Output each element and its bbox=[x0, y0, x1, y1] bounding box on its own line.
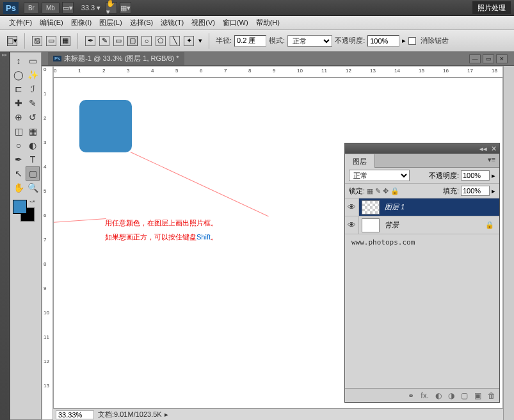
minibridge-button[interactable]: Mb bbox=[42, 3, 60, 13]
lock-transparency-icon[interactable]: ▦ bbox=[367, 187, 373, 195]
lock-pixels-icon[interactable]: ✎ bbox=[375, 187, 381, 195]
opacity-input[interactable] bbox=[367, 35, 399, 47]
flyout-icon[interactable]: ▸ bbox=[492, 187, 495, 195]
link-layers-icon[interactable]: ⚭ bbox=[408, 391, 414, 400]
workspace-selector[interactable]: 照片处理 bbox=[472, 1, 511, 14]
custom-shape-icon[interactable]: ✦ bbox=[184, 36, 194, 46]
antialias-checkbox[interactable] bbox=[408, 37, 416, 45]
visibility-icon[interactable]: 👁 bbox=[345, 198, 359, 216]
adjustment-layer-icon[interactable]: ◑ bbox=[448, 391, 454, 400]
layer-thumbnail[interactable] bbox=[362, 200, 380, 214]
layer-fill-input[interactable] bbox=[461, 186, 490, 196]
group-icon[interactable]: ▢ bbox=[461, 391, 468, 400]
collapse-icon[interactable]: ◂◂ bbox=[479, 145, 487, 153]
heal-tool-icon[interactable]: ✚ bbox=[12, 96, 26, 110]
mode-shape-layer-icon[interactable]: ▨ bbox=[32, 36, 42, 46]
hand-tool-icon[interactable]: ✋▾ bbox=[106, 2, 117, 13]
opacity-flyout-icon[interactable]: ▸ bbox=[402, 36, 406, 45]
menu-file[interactable]: 文件(F) bbox=[5, 17, 36, 29]
radius-label: 半径: bbox=[216, 36, 232, 45]
pen-tool-icon[interactable]: ✒ bbox=[12, 152, 26, 166]
arrange-icon[interactable]: ▦▾ bbox=[120, 2, 131, 13]
close-icon[interactable]: ✕ bbox=[496, 54, 508, 63]
layer-item[interactable]: 👁 图层 1 bbox=[345, 198, 499, 216]
visibility-icon[interactable]: 👁 bbox=[345, 216, 359, 234]
lock-all-icon[interactable]: 🔒 bbox=[390, 187, 399, 195]
status-zoom-input[interactable] bbox=[56, 410, 94, 419]
delete-layer-icon[interactable]: 🗑 bbox=[488, 391, 495, 400]
menu-select[interactable]: 选择(S) bbox=[126, 17, 157, 29]
eraser-tool-icon[interactable]: ◫ bbox=[12, 124, 26, 138]
zoom-tool-icon[interactable]: 🔍 bbox=[26, 181, 40, 195]
history-brush-icon[interactable]: ↺ bbox=[26, 110, 40, 124]
annotation-line bbox=[131, 152, 269, 216]
ellipse-icon[interactable]: ○ bbox=[141, 36, 152, 46]
menu-view[interactable]: 视图(V) bbox=[188, 17, 219, 29]
foreground-swatch[interactable] bbox=[13, 200, 27, 214]
freeform-pen-icon[interactable]: ✎ bbox=[99, 36, 109, 46]
pen-icon[interactable]: ✒ bbox=[85, 36, 95, 46]
wand-tool-icon[interactable]: ✨ bbox=[26, 68, 40, 82]
flyout-icon[interactable]: ▸ bbox=[492, 172, 495, 180]
type-tool-icon[interactable]: T bbox=[26, 152, 40, 166]
layer-item[interactable]: 👁 背景 🔒 bbox=[345, 216, 499, 234]
polygon-icon[interactable]: ⬠ bbox=[156, 36, 166, 46]
menu-window[interactable]: 窗口(W) bbox=[219, 17, 252, 29]
layer-fx-icon[interactable]: fx. bbox=[421, 391, 429, 400]
layer-mask-icon[interactable]: ◐ bbox=[435, 391, 442, 400]
marquee-tool-icon[interactable]: ▭ bbox=[26, 54, 40, 68]
bridge-button[interactable]: Br bbox=[24, 3, 39, 13]
tool-preset[interactable]: ▢▾ bbox=[7, 36, 17, 46]
crop-tool-icon[interactable]: ⊏ bbox=[12, 82, 26, 96]
dodge-tool-icon[interactable]: ◐ bbox=[26, 138, 40, 152]
panel-dock-strip[interactable]: ▸▸ bbox=[0, 52, 10, 420]
gradient-tool-icon[interactable]: ▦ bbox=[26, 124, 40, 138]
stamp-tool-icon[interactable]: ⊕ bbox=[12, 110, 26, 124]
ruler-horizontal[interactable]: 0123456789101112131415161718 bbox=[53, 66, 503, 77]
lasso-tool-icon[interactable]: ◯ bbox=[12, 68, 26, 82]
new-layer-icon[interactable]: ▣ bbox=[474, 391, 481, 400]
hand-tool-icon[interactable]: ✋ bbox=[12, 181, 26, 195]
lock-position-icon[interactable]: ✥ bbox=[383, 187, 389, 195]
rounded-rect-icon[interactable]: ▢ bbox=[127, 36, 138, 46]
blend-mode-select[interactable]: 正常 bbox=[287, 35, 332, 47]
maximize-icon[interactable]: ▭ bbox=[483, 54, 494, 63]
layer-name[interactable]: 图层 1 bbox=[382, 202, 499, 212]
color-swatches[interactable]: ⤻ bbox=[12, 200, 40, 225]
mode-paths-icon[interactable]: ▭ bbox=[46, 36, 56, 46]
menu-image[interactable]: 图像(I) bbox=[67, 17, 95, 29]
shape-tool-icon[interactable]: ▢ bbox=[26, 166, 40, 181]
menu-edit[interactable]: 编辑(E) bbox=[36, 17, 67, 29]
radius-input[interactable] bbox=[234, 35, 266, 47]
rounded-rect-shape bbox=[79, 100, 132, 152]
layer-thumbnail[interactable] bbox=[362, 218, 380, 232]
line-icon[interactable]: ╲ bbox=[170, 36, 180, 46]
menu-layer[interactable]: 图层(L) bbox=[95, 17, 125, 29]
brush-tool-icon[interactable]: ✎ bbox=[26, 96, 40, 110]
blur-tool-icon[interactable]: ○ bbox=[12, 138, 26, 152]
path-select-icon[interactable]: ↖ bbox=[12, 166, 26, 181]
mode-fill-pixels-icon[interactable]: ▦ bbox=[60, 36, 70, 46]
zoom-display[interactable]: 33.3 ▾ bbox=[81, 4, 100, 12]
menu-filter[interactable]: 滤镜(T) bbox=[157, 17, 188, 29]
panel-header[interactable]: ◂◂✕ bbox=[345, 143, 499, 154]
eyedropper-tool-icon[interactable]: ℐ bbox=[26, 82, 40, 96]
status-doc-size[interactable]: 文档:9.01M/1023.5K bbox=[98, 410, 162, 419]
panel-close-icon[interactable]: ✕ bbox=[491, 145, 497, 153]
document-tab[interactable]: Ps未标题-1 @ 33.3% (图层 1, RGB/8) * bbox=[48, 52, 184, 65]
top-bar: Ps Br Mb ▭▾ 33.3 ▾ ✋▾ ▦▾ 照片处理 bbox=[0, 0, 514, 16]
panel-menu-icon[interactable]: ▾≡ bbox=[484, 154, 499, 167]
scrollbar-vertical[interactable] bbox=[503, 66, 514, 420]
layer-name[interactable]: 背景 bbox=[382, 220, 485, 230]
layer-opacity-input[interactable] bbox=[461, 170, 490, 181]
ruler-vertical[interactable]: 012345678910111213 bbox=[42, 66, 53, 420]
blend-mode-select[interactable]: 正常 bbox=[349, 170, 410, 181]
swap-colors-icon[interactable]: ⤻ bbox=[29, 198, 35, 205]
move-tool-icon[interactable]: ↕ bbox=[12, 54, 26, 68]
screen-mode-icon[interactable]: ▭▾ bbox=[62, 2, 74, 13]
rect-icon[interactable]: ▭ bbox=[113, 36, 124, 46]
layers-footer: ⚭ fx. ◐ ◑ ▢ ▣ 🗑 bbox=[345, 388, 499, 402]
minimize-icon[interactable]: — bbox=[469, 54, 481, 63]
layers-tab[interactable]: 图层 bbox=[345, 154, 375, 168]
menu-help[interactable]: 帮助(H) bbox=[252, 17, 284, 29]
